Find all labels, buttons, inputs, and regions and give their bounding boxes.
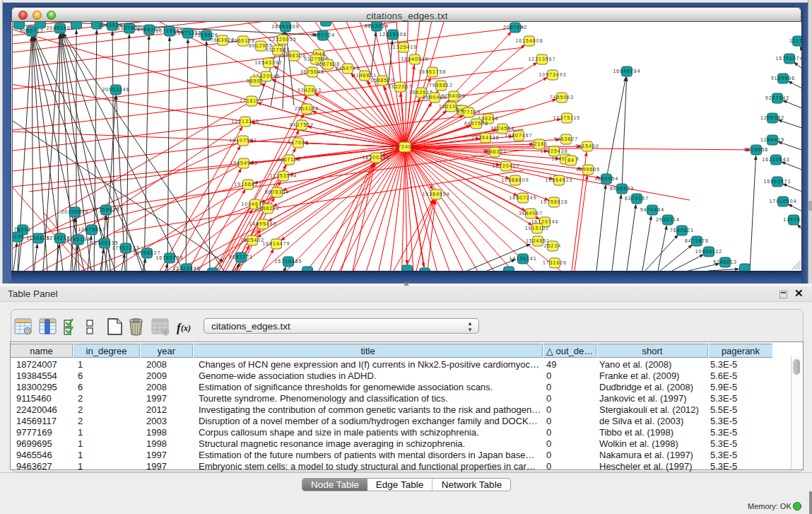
svg-text:19654923: 19654923 <box>545 177 572 182</box>
svg-text:8471676: 8471676 <box>685 238 709 243</box>
svg-text:14099489: 14099489 <box>249 221 276 226</box>
svg-text:12213967: 12213967 <box>528 57 555 62</box>
svg-text:18640910: 18640910 <box>401 57 428 62</box>
svg-text:20206526: 20206526 <box>61 209 88 214</box>
svg-text:10975857: 10975857 <box>78 227 105 232</box>
svg-text:3684067: 3684067 <box>519 211 543 216</box>
svg-text:10958127: 10958127 <box>133 250 160 255</box>
svg-text:62160: 62160 <box>531 141 548 146</box>
svg-text:9227342: 9227342 <box>765 95 789 100</box>
svg-text:10973493: 10973493 <box>539 72 566 77</box>
svg-text:9129966: 9129966 <box>771 76 795 81</box>
svg-text:1640954: 1640954 <box>594 176 618 181</box>
svg-text:7625402: 7625402 <box>240 238 264 243</box>
svg-text:10688609: 10688609 <box>501 177 529 182</box>
svg-text:8813054: 8813054 <box>365 23 389 28</box>
svg-text:16961758: 16961758 <box>418 69 446 74</box>
svg-text:16154808: 16154808 <box>515 38 543 43</box>
svg-text:8186328: 8186328 <box>282 53 306 58</box>
svg-text:12213369: 12213369 <box>231 119 259 124</box>
svg-text:8938923: 8938923 <box>610 186 634 191</box>
svg-text:11172: 11172 <box>789 38 801 43</box>
svg-text:9327503: 9327503 <box>266 47 290 52</box>
svg-text:15692971: 15692971 <box>763 179 791 184</box>
svg-text:1244415: 1244415 <box>760 137 784 142</box>
svg-text:9245012: 9245012 <box>713 259 737 264</box>
svg-text:98901: 98901 <box>247 78 264 83</box>
svg-text:9055712: 9055712 <box>20 28 44 33</box>
svg-text:20691406: 20691406 <box>46 25 73 30</box>
svg-text:8215958: 8215958 <box>744 147 768 152</box>
svg-text:8454749: 8454749 <box>336 66 360 71</box>
svg-text:25224: 25224 <box>544 243 561 248</box>
svg-text:9146821: 9146821 <box>353 73 377 78</box>
svg-text:17359928: 17359928 <box>92 207 119 212</box>
svg-text:20053346: 20053346 <box>102 87 129 92</box>
svg-text:1588520: 1588520 <box>370 78 394 83</box>
svg-text:1615132: 1615132 <box>525 226 549 230</box>
svg-text:417006: 417006 <box>288 140 308 145</box>
svg-text:7386322: 7386322 <box>483 149 507 154</box>
svg-text:19654983: 19654983 <box>230 160 257 165</box>
svg-text:17957223: 17957223 <box>112 245 139 250</box>
svg-text:2803144: 2803144 <box>295 106 319 111</box>
svg-text:2935114: 2935114 <box>656 217 680 222</box>
svg-text:2087682: 2087682 <box>503 25 527 30</box>
svg-text:6379197: 6379197 <box>625 196 649 201</box>
svg-text:10807487: 10807487 <box>505 133 532 138</box>
svg-text:5498222: 5498222 <box>256 206 280 211</box>
svg-text:1731626: 1731626 <box>543 260 567 265</box>
svg-text:9115460: 9115460 <box>575 144 599 148</box>
svg-text:12375115: 12375115 <box>553 115 581 120</box>
svg-text:17016504: 17016504 <box>769 199 796 204</box>
svg-text:9463627: 9463627 <box>554 136 578 141</box>
svg-text:8427552: 8427552 <box>290 122 314 127</box>
svg-text:1209382: 1209382 <box>760 115 784 120</box>
svg-text:7357224: 7357224 <box>311 33 335 37</box>
svg-text:10654112: 10654112 <box>695 249 723 254</box>
svg-text:16914479: 16914479 <box>262 241 290 246</box>
svg-text:8878334: 8878334 <box>265 189 289 194</box>
svg-text:19756928: 19756928 <box>540 199 567 204</box>
svg-text:20364436: 20364436 <box>471 135 499 140</box>
svg-text:126753: 126753 <box>783 217 801 222</box>
svg-text:3824554: 3824554 <box>490 126 514 131</box>
svg-text:15720407: 15720407 <box>492 163 519 168</box>
svg-text:16543392: 16543392 <box>254 60 282 65</box>
svg-text:15716485: 15716485 <box>274 259 302 264</box>
svg-text:9139: 9139 <box>13 234 25 239</box>
svg-text:15751074: 15751074 <box>775 56 801 61</box>
svg-text:6497508: 6497508 <box>464 121 488 126</box>
svg-text:18807249: 18807249 <box>509 195 536 200</box>
svg-text:11353594: 11353594 <box>270 173 298 178</box>
svg-text:7485063: 7485063 <box>550 95 574 100</box>
svg-text:9794028: 9794028 <box>442 93 466 98</box>
svg-text:11325419: 11325419 <box>390 45 418 49</box>
svg-text:10025438: 10025438 <box>540 148 567 153</box>
svg-text:16648784: 16648784 <box>613 69 640 74</box>
svg-text:12218506: 12218506 <box>379 32 406 37</box>
svg-text:9777169: 9777169 <box>457 110 481 115</box>
svg-text:3267130: 3267130 <box>277 157 301 162</box>
svg-text:19384554: 19384554 <box>422 192 449 197</box>
svg-text:(x): (x) <box>181 323 191 333</box>
svg-text:16210643: 16210643 <box>762 157 789 162</box>
svg-text:3675645: 3675645 <box>300 69 324 74</box>
svg-text:10107553: 10107553 <box>229 138 257 143</box>
svg-text:12505135: 12505135 <box>90 240 118 245</box>
svg-text:12226055: 12226055 <box>269 37 296 42</box>
svg-text:78501: 78501 <box>14 227 31 232</box>
svg-text:14136141: 14136141 <box>509 256 536 261</box>
svg-text:84: 84 <box>567 158 575 163</box>
svg-text:7632621: 7632621 <box>670 228 694 233</box>
svg-text:18300295: 18300295 <box>362 155 389 160</box>
svg-text:9699695: 9699695 <box>576 167 600 172</box>
svg-text:16053809: 16053809 <box>271 24 299 29</box>
svg-text:2718170: 2718170 <box>240 98 264 103</box>
svg-text:1524851: 1524851 <box>526 238 550 243</box>
svg-text:7955812: 7955812 <box>429 83 453 88</box>
svg-text:8322037: 8322037 <box>388 84 412 89</box>
svg-text:8660128: 8660128 <box>231 38 255 43</box>
svg-text:18724007: 18724007 <box>391 144 418 149</box>
svg-text:1145194: 1145194 <box>66 237 90 242</box>
